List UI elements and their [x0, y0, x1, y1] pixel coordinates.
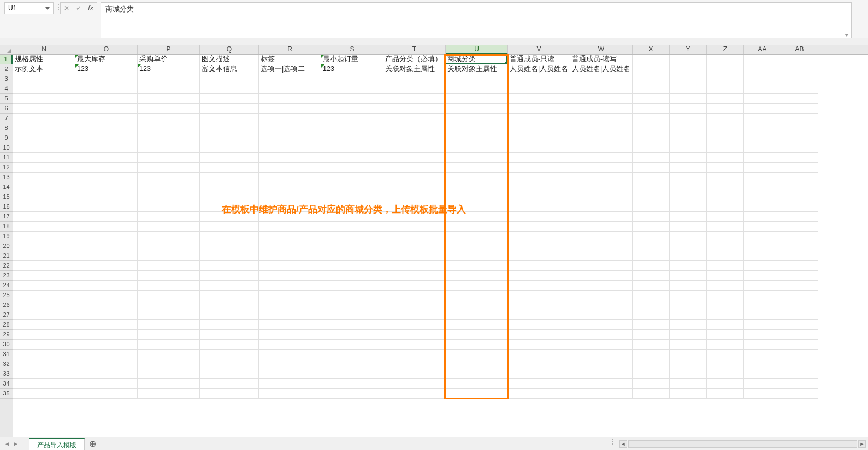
column-header[interactable]: X	[633, 45, 670, 54]
cell[interactable]	[13, 379, 75, 389]
cell[interactable]	[670, 281, 707, 291]
cell[interactable]	[744, 202, 781, 212]
cell[interactable]	[383, 123, 446, 133]
cell[interactable]	[508, 94, 570, 104]
cell[interactable]	[138, 340, 200, 350]
cell[interactable]	[707, 340, 744, 350]
cell[interactable]	[383, 192, 446, 202]
cell[interactable]: 人员姓名|人员姓名	[508, 64, 570, 74]
cell[interactable]	[633, 369, 670, 379]
confirm-button[interactable]: ✓	[73, 3, 85, 14]
cell[interactable]	[75, 281, 138, 291]
cell[interactable]	[200, 300, 259, 310]
cell[interactable]	[259, 94, 321, 104]
cell[interactable]	[13, 163, 75, 173]
row-header[interactable]: 23	[0, 271, 13, 281]
cell[interactable]	[138, 222, 200, 232]
cell[interactable]	[570, 104, 633, 114]
cell[interactable]	[633, 359, 670, 369]
cell[interactable]	[633, 74, 670, 84]
cell[interactable]	[200, 350, 259, 359]
cell[interactable]	[321, 330, 383, 340]
cell[interactable]	[633, 84, 670, 94]
cell[interactable]	[570, 133, 633, 143]
cell[interactable]	[259, 261, 321, 271]
cell[interactable]	[633, 143, 670, 153]
cell[interactable]	[383, 153, 446, 163]
cell[interactable]	[508, 182, 570, 192]
cell[interactable]	[781, 350, 818, 359]
cell[interactable]	[633, 163, 670, 173]
cell[interactable]	[508, 359, 570, 369]
cell[interactable]	[781, 232, 818, 241]
cell[interactable]	[446, 232, 508, 241]
column-header[interactable]: S	[321, 45, 383, 54]
nav-prev-icon[interactable]: ◄	[3, 439, 11, 449]
cell[interactable]	[744, 369, 781, 379]
column-header[interactable]: O	[75, 45, 138, 54]
cell[interactable]	[744, 379, 781, 389]
row-header[interactable]: 1	[0, 55, 13, 64]
cell[interactable]	[13, 173, 75, 182]
cell[interactable]	[744, 350, 781, 359]
column-header[interactable]: AA	[744, 45, 781, 54]
row-header[interactable]: 3	[0, 74, 13, 84]
cell[interactable]	[781, 173, 818, 182]
cell[interactable]	[383, 182, 446, 192]
cell[interactable]	[670, 222, 707, 232]
cell[interactable]	[321, 281, 383, 291]
cell[interactable]	[200, 310, 259, 320]
cell[interactable]	[259, 389, 321, 399]
cell[interactable]	[781, 359, 818, 369]
scroll-left-button[interactable]: ◄	[619, 440, 627, 448]
cell[interactable]	[13, 143, 75, 153]
cell[interactable]	[259, 300, 321, 310]
cell[interactable]	[744, 291, 781, 300]
cell[interactable]: 关联对象主属性	[446, 64, 508, 74]
cell[interactable]	[633, 123, 670, 133]
cell[interactable]	[570, 310, 633, 320]
cell[interactable]: 规格属性	[13, 55, 75, 64]
cell[interactable]	[744, 74, 781, 84]
cell[interactable]	[744, 310, 781, 320]
cell[interactable]	[321, 74, 383, 84]
cell[interactable]	[744, 143, 781, 153]
cell[interactable]: 商城分类	[446, 55, 508, 64]
cell[interactable]	[259, 271, 321, 281]
cell[interactable]	[200, 74, 259, 84]
row-header[interactable]: 12	[0, 163, 13, 173]
cell[interactable]	[75, 123, 138, 133]
cell[interactable]	[781, 389, 818, 399]
fx-button[interactable]: fx	[85, 3, 97, 14]
row-header[interactable]: 25	[0, 291, 13, 300]
cell[interactable]	[570, 369, 633, 379]
cell[interactable]	[259, 241, 321, 251]
cell[interactable]	[707, 202, 744, 212]
cell[interactable]	[633, 153, 670, 163]
row-header[interactable]: 15	[0, 192, 13, 202]
cell[interactable]	[383, 133, 446, 143]
cell[interactable]	[670, 330, 707, 340]
cell[interactable]	[670, 153, 707, 163]
cell[interactable]	[781, 114, 818, 123]
cell[interactable]	[383, 143, 446, 153]
cell[interactable]	[670, 202, 707, 212]
add-sheet-button[interactable]: ⊕	[85, 437, 100, 450]
cell[interactable]	[200, 251, 259, 261]
cell[interactable]	[446, 379, 508, 389]
cell[interactable]	[744, 212, 781, 222]
cell[interactable]	[508, 261, 570, 271]
cell[interactable]	[138, 241, 200, 251]
cell[interactable]	[570, 84, 633, 94]
row-header[interactable]: 26	[0, 300, 13, 310]
cell[interactable]	[200, 320, 259, 330]
cell[interactable]	[781, 55, 818, 64]
cell[interactable]	[75, 320, 138, 330]
row-header[interactable]: 29	[0, 330, 13, 340]
cell[interactable]	[570, 192, 633, 202]
cell[interactable]	[633, 222, 670, 232]
cell[interactable]: 采购单价	[138, 55, 200, 64]
cell[interactable]	[321, 389, 383, 399]
cell[interactable]	[744, 94, 781, 104]
cell[interactable]	[138, 94, 200, 104]
